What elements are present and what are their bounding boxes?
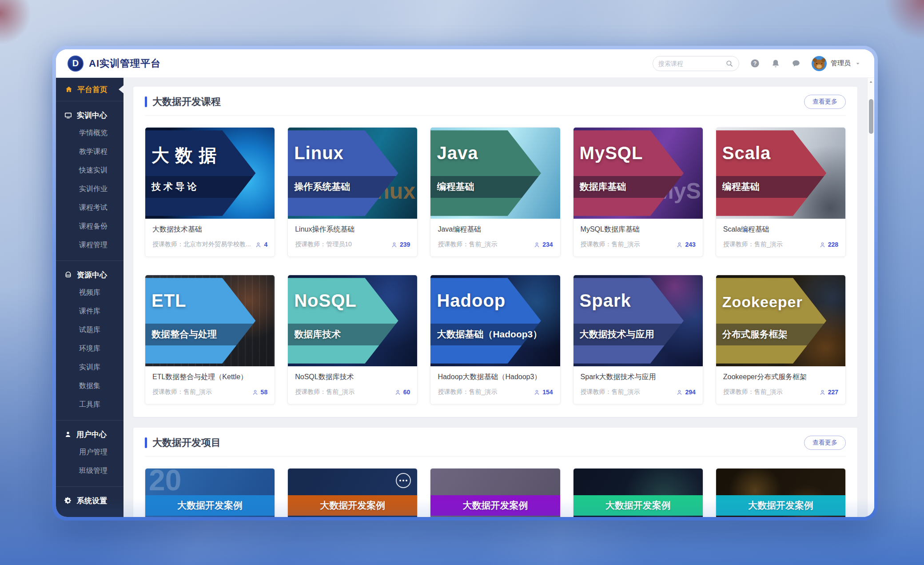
- cover-subheading: 数据库技术: [294, 324, 341, 345]
- projects-view-more-button[interactable]: 查看更多: [804, 436, 846, 450]
- search-input[interactable]: [658, 60, 722, 67]
- scrollbar[interactable]: [867, 78, 874, 517]
- course-title: MySQL数据库基础: [581, 225, 696, 234]
- chat-icon[interactable]: [791, 59, 801, 68]
- course-card[interactable]: ETL 数据整合与处理 ETL数据整合与处理（Kettle） 授课教师：售前_演…: [145, 275, 275, 405]
- course-card[interactable]: Linux Linux 操作系统基础 Linux操作系统基础 授课教师：管理员1…: [287, 127, 418, 257]
- course-meta: 授课教师：售前_演示 228: [723, 240, 838, 248]
- search-icon[interactable]: [725, 60, 733, 68]
- sidebar-subitem[interactable]: 实训作业: [56, 180, 123, 198]
- person-icon: [391, 241, 398, 248]
- chevron-down-icon: [855, 60, 861, 67]
- course-card[interactable]: Spark 大数据技术与应用 Spark大数据技术与应用 授课教师：售前_演示 …: [573, 275, 703, 405]
- person-icon: [252, 389, 259, 396]
- course-card-body: MySQL数据库基础 授课教师：售前_演示 243: [574, 219, 703, 256]
- sidebar-subitem[interactable]: 用户管理: [56, 443, 123, 461]
- sidebar-subitem[interactable]: 教学课程: [56, 142, 123, 161]
- sidebar-group-header[interactable]: 系统设置: [56, 492, 123, 509]
- course-enrollment-count: 154: [542, 389, 553, 396]
- content-area: 大数据开发课程 查看更多 大 数 据 技 术 导 论 大数据技术基础 授课教师：…: [123, 78, 874, 517]
- project-banner: 大数据开发案例: [430, 495, 560, 516]
- sidebar-subitem[interactable]: 环境库: [56, 339, 123, 358]
- search-box[interactable]: [653, 56, 739, 71]
- project-card[interactable]: 20 大数据开发案例: [145, 468, 275, 517]
- sidebar-subitem[interactable]: 数据集: [56, 377, 123, 395]
- course-card[interactable]: MyS MySQL 数据库基础 MySQL数据库基础 授课教师：售前_演示 24…: [573, 127, 703, 257]
- sidebar-subitem[interactable]: 快速实训: [56, 161, 123, 180]
- course-card-body: ETL数据整合与处理（Kettle） 授课教师：售前_演示 58: [145, 366, 275, 404]
- sidebar-subitem[interactable]: 试题库: [56, 321, 123, 339]
- course-card-body: Scala编程基础 授课教师：售前_演示 228: [716, 219, 845, 256]
- sidebar-subitem[interactable]: 课程考试: [56, 198, 123, 217]
- course-title: Hadoop大数据基础（Hadoop3）: [438, 373, 553, 382]
- cover-heading: Java: [437, 143, 478, 163]
- course-enrollment-count: 228: [828, 241, 838, 248]
- project-watermark: 20: [149, 468, 181, 497]
- course-card[interactable]: Scala 编程基础 Scala编程基础 授课教师：售前_演示 228: [716, 127, 846, 257]
- scroll-up-arrow-icon[interactable]: [868, 80, 874, 84]
- bell-icon[interactable]: [771, 59, 781, 68]
- course-teacher: 授课教师：售前_演示: [295, 388, 391, 396]
- cover-subheading: 大数据基础（Hadoop3）: [437, 324, 542, 345]
- course-card[interactable]: 大 数 据 技 术 导 论 大数据技术基础 授课教师：北京市对外贸易学校教...…: [145, 127, 275, 257]
- cover-heading: Linux: [294, 143, 344, 163]
- course-teacher: 授课教师：管理员10: [295, 240, 387, 248]
- help-icon[interactable]: ?: [750, 58, 760, 68]
- course-card[interactable]: Hadoop 大数据基础（Hadoop3） Hadoop大数据基础（Hadoop…: [430, 275, 560, 405]
- sidebar-subitem[interactable]: 工具库: [56, 395, 123, 414]
- course-card[interactable]: Zookeeper 分布式服务框架 Zookeeper分布式服务框架 授课教师：…: [716, 275, 846, 405]
- project-banner: 大数据开发案例: [574, 495, 703, 516]
- sidebar-subitem[interactable]: 课程管理: [56, 236, 123, 254]
- courses-section: 大数据开发课程 查看更多 大 数 据 技 术 导 论 大数据技术基础 授课教师：…: [133, 87, 857, 417]
- course-cover: Linux Linux 操作系统基础: [288, 128, 417, 219]
- course-teacher: 授课教师：售前_演示: [723, 388, 816, 396]
- course-title: Scala编程基础: [723, 225, 838, 234]
- section-title-wrap: 大数据开发课程: [145, 95, 221, 108]
- sidebar-subitem[interactable]: 学情概览: [56, 124, 123, 142]
- project-grid: 20 大数据开发案例 大数据开发案例 大数据开发案例 大数据开发案例 大数据开发…: [145, 468, 846, 517]
- cover-subheading: 操作系统基础: [294, 176, 350, 198]
- course-enrollment-count: 227: [828, 389, 838, 396]
- courses-view-more-button[interactable]: 查看更多: [804, 95, 846, 109]
- sidebar-subitem[interactable]: 课件库: [56, 302, 123, 321]
- sidebar-subitem[interactable]: 课程备份: [56, 217, 123, 236]
- cover-subheading: 编程基础: [722, 176, 760, 198]
- course-teacher: 授课教师：北京市对外贸易学校教...: [152, 240, 251, 248]
- cover-heading: Spark: [580, 291, 631, 311]
- courses-section-header: 大数据开发课程 查看更多: [145, 95, 846, 116]
- sidebar-group-header[interactable]: 用户中心: [56, 426, 123, 443]
- sidebar-groups: 实训中心 学情概览教学课程快速实训实训作业课程考试课程备份课程管理 资源中心 视…: [56, 101, 123, 515]
- cover-arrow-graphic: [145, 275, 255, 366]
- course-title: Spark大数据技术与应用: [581, 373, 696, 382]
- user-menu[interactable]: 管理员: [812, 56, 861, 71]
- person-icon: [534, 241, 540, 248]
- cover-heading: Scala: [722, 143, 771, 163]
- project-card[interactable]: 大数据开发案例: [573, 468, 703, 517]
- sidebar-item-home[interactable]: 平台首页: [56, 78, 123, 101]
- topbar-actions: ? 管理员: [653, 56, 861, 71]
- course-card-body: 大数据技术基础 授课教师：北京市对外贸易学校教... 4: [145, 219, 275, 256]
- course-enrollment: 294: [676, 389, 695, 396]
- scrollbar-thumb[interactable]: [869, 99, 873, 134]
- ellipsis-icon: [396, 473, 411, 488]
- project-card[interactable]: 大数据开发案例: [430, 468, 560, 517]
- project-card[interactable]: 大数据开发案例: [716, 468, 846, 517]
- cover-arrow-graphic: [288, 275, 398, 366]
- sidebar-group-header[interactable]: 资源中心: [56, 266, 123, 283]
- avatar[interactable]: [812, 56, 827, 71]
- cover-arrow-graphic: [145, 128, 255, 219]
- sidebar-subitem[interactable]: 视频库: [56, 283, 123, 302]
- course-enrollment-count: 58: [261, 389, 268, 396]
- course-title: Zookeeper分布式服务框架: [723, 373, 838, 382]
- sidebar-subitem[interactable]: 实训库: [56, 358, 123, 377]
- course-card[interactable]: Java 编程基础 Java编程基础 授课教师：售前_演示 234: [430, 127, 560, 257]
- course-card[interactable]: NoSQL 数据库技术 NoSQL数据库技术 授课教师：售前_演示 60: [287, 275, 418, 405]
- cover-heading: Hadoop: [437, 291, 506, 311]
- course-meta: 授课教师：售前_演示 294: [581, 388, 696, 396]
- sidebar-subitem[interactable]: 班级管理: [56, 461, 123, 480]
- project-card[interactable]: 大数据开发案例: [287, 468, 418, 517]
- sidebar-group-label: 系统设置: [77, 496, 107, 506]
- sidebar-group: 用户中心 用户管理班级管理: [56, 420, 123, 486]
- sidebar-group-header[interactable]: 实训中心: [56, 107, 123, 124]
- course-enrollment: 234: [534, 241, 553, 248]
